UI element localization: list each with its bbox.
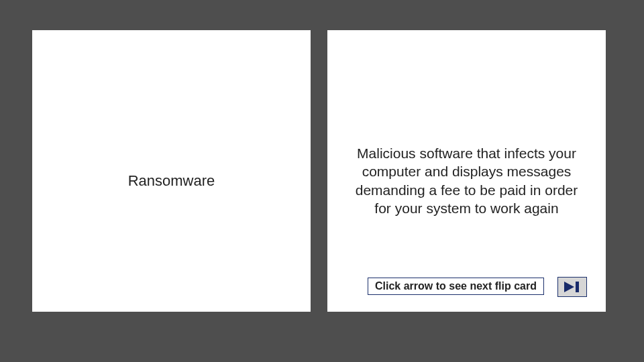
card-definition: Malicious software that infects your com… — [327, 144, 606, 217]
flip-card-back: Malicious software that infects your com… — [327, 30, 606, 312]
instruction-label: Click arrow to see next flip card — [368, 278, 544, 295]
svg-marker-0 — [564, 282, 574, 292]
next-card-button[interactable] — [557, 277, 587, 297]
flip-card-front: Ransomware — [32, 30, 311, 312]
card-term: Ransomware — [32, 172, 311, 190]
svg-rect-1 — [576, 282, 579, 292]
play-next-icon — [563, 281, 582, 293]
